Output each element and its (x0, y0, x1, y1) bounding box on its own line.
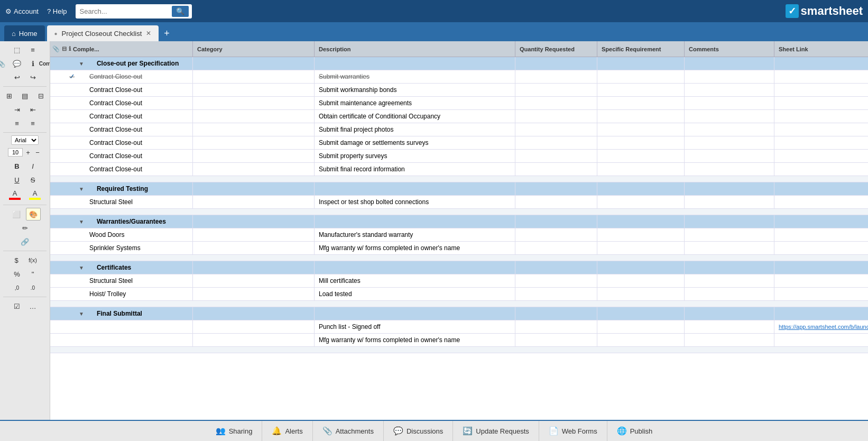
bold-button[interactable]: B (10, 160, 24, 172)
formula-button[interactable]: f(x) (25, 254, 40, 267)
table-row[interactable]: Contract Close-out Obtain certificate of… (50, 110, 868, 123)
color-fill-button[interactable]: 🎨 (26, 208, 41, 221)
format-button[interactable]: ≡ (26, 43, 40, 56)
section-toggle[interactable]: ▼ (79, 61, 84, 67)
link-button[interactable]: 🔗 (17, 235, 32, 248)
specific-cell (597, 97, 685, 109)
quantity-header[interactable]: Quantity Requested (515, 41, 597, 57)
decimal-decrease-button[interactable]: .0 (26, 281, 40, 294)
table-row[interactable]: Contract Close-out Submit final record i… (50, 163, 868, 176)
decimal-increase-button[interactable]: ,0 (10, 281, 24, 294)
help-menu[interactable]: ? Help (47, 7, 67, 15)
section-sheetlink-cell (774, 215, 868, 228)
align-right-button[interactable]: ≡ (26, 117, 40, 130)
gantt-view-button[interactable]: ▤ (18, 89, 32, 102)
section-toggle[interactable]: ▼ (79, 219, 84, 225)
sheetlink-cell: https://app.smartsheet.com/b/launch?lx=.… (774, 320, 868, 333)
section-toggle[interactable]: ▼ (79, 265, 84, 271)
tab-sheet[interactable]: ● Project Closeout Checklist ✕ (47, 25, 159, 41)
update-requests-label: Update Requests (476, 427, 529, 435)
percent-button[interactable]: % (10, 268, 24, 280)
font-size-input[interactable] (8, 148, 23, 157)
grid-view-button[interactable]: ⊞ (2, 89, 16, 102)
table-row[interactable]: Contract Close-out Submit damage or sett… (50, 136, 868, 150)
table-row[interactable]: Contract Close-out Submit property surve… (50, 150, 868, 163)
section-toggle[interactable]: ▼ (79, 186, 84, 192)
section-description-cell (315, 261, 515, 274)
table-row[interactable]: Mfg warranty w/ forms completed in owner… (50, 334, 868, 347)
row-category-stub: Contract Close-out (79, 166, 142, 173)
table-row[interactable]: Punch list - Signed off https://app.smar… (50, 320, 868, 334)
description-header[interactable]: Description (315, 41, 515, 57)
text-color-button[interactable]: A (6, 187, 24, 202)
stub-icon-3[interactable]: ℹ (69, 45, 71, 52)
comments-cell (685, 274, 774, 287)
table-row[interactable]: Contract Close-out Submit final project … (50, 123, 868, 136)
account-menu[interactable]: ⚙ Account (5, 7, 39, 15)
redo-button[interactable]: ↪ (26, 71, 40, 84)
font-size-decrease[interactable]: − (33, 146, 42, 159)
attachment-button[interactable]: 📎 (0, 57, 8, 70)
font-size-increase[interactable]: + (24, 146, 32, 159)
outdent-button[interactable]: ⇤ (26, 103, 40, 116)
strikethrough-button[interactable]: S (26, 173, 40, 186)
section-label: Required Testing (86, 185, 148, 192)
checkbox-button[interactable]: ☑ (10, 300, 24, 313)
undo-button[interactable]: ↩ (10, 71, 24, 84)
stub-icon-2[interactable]: ⊟ (62, 45, 67, 52)
card-view-button[interactable]: ⊟ (34, 89, 48, 102)
tab-home[interactable]: ⌂ Home (4, 25, 45, 41)
stub-icon-1[interactable]: 📎 (52, 45, 60, 52)
table-row[interactable]: Structural Steel Mill certificates (50, 274, 868, 288)
tab-close-button[interactable]: ✕ (146, 30, 151, 37)
table-row[interactable]: Wood Doors Manufacturer's standard warra… (50, 228, 868, 242)
search-button[interactable]: 🔍 (172, 6, 189, 17)
category-cell (193, 110, 315, 123)
more-button[interactable]: … (26, 300, 40, 313)
web-forms-button[interactable]: 📄 Web Forms (539, 421, 607, 441)
comments-cell (685, 163, 774, 176)
indent-button[interactable]: ⇥ (10, 103, 24, 116)
section-stub: ▼ Certificates (50, 261, 193, 274)
search-bar: 🔍 (76, 4, 192, 19)
align-left-button[interactable]: ≡ (10, 117, 24, 130)
pencil-button[interactable]: ✏ (18, 222, 32, 234)
table-row[interactable]: ✓ Contract Close-out Submit warranties (50, 70, 868, 84)
complete-button[interactable]: Comple (42, 57, 50, 70)
category-header[interactable]: Category (193, 41, 315, 57)
fill-tool-button[interactable]: ⬜ (9, 208, 24, 221)
select-tool-button[interactable]: ⬚ (10, 43, 24, 56)
sheet-link[interactable]: https://app.smartsheet.com/b/launch?lx=.… (779, 324, 868, 330)
sheetlink-header[interactable]: Sheet Link (774, 41, 868, 57)
font-selector[interactable]: Arial (11, 135, 39, 145)
comments-header[interactable]: Comments (685, 41, 774, 57)
table-row[interactable]: Contract Close-out Submit workmanship bo… (50, 84, 868, 97)
publish-button[interactable]: 🌐 Publish (607, 421, 662, 441)
section-header-row: ▼ Required Testing (50, 182, 868, 196)
section-category-cell (193, 182, 315, 195)
italic-button[interactable]: I (26, 160, 40, 172)
section-label: Certificates (86, 264, 131, 271)
info-button[interactable]: ℹ (26, 57, 40, 70)
fill-color-button[interactable]: A (26, 187, 44, 202)
sharing-button[interactable]: 👥 Sharing (206, 421, 263, 441)
table-row[interactable]: Contract Close-out Submit maintenance ag… (50, 97, 868, 110)
add-tab-button[interactable]: + (159, 26, 175, 41)
section-category-cell (193, 261, 315, 274)
discussions-button[interactable]: 💬 Discussions (384, 421, 453, 441)
underline-button[interactable]: U (10, 173, 24, 186)
comment-button[interactable]: 💬 (10, 57, 24, 70)
quote-button[interactable]: " (26, 268, 40, 280)
update-requests-button[interactable]: 🔄 Update Requests (453, 421, 539, 441)
table-row[interactable]: Sprinkler Systems Mfg warranty w/ forms … (50, 242, 868, 255)
table-row[interactable]: Hoist/ Trolley Load tested (50, 288, 868, 301)
attachments-button[interactable]: 📎 Attachments (313, 421, 384, 441)
specific-header[interactable]: Specific Requirement (597, 41, 685, 57)
table-row[interactable]: Structural Steel Inspect or test shop bo… (50, 196, 868, 209)
alerts-button[interactable]: 🔔 Alerts (262, 421, 312, 441)
search-input[interactable] (80, 7, 169, 15)
currency-button[interactable]: $ (10, 254, 23, 267)
row-stub (50, 320, 193, 333)
row-category-stub: Contract Close-out (79, 73, 142, 80)
section-toggle[interactable]: ▼ (79, 311, 84, 317)
